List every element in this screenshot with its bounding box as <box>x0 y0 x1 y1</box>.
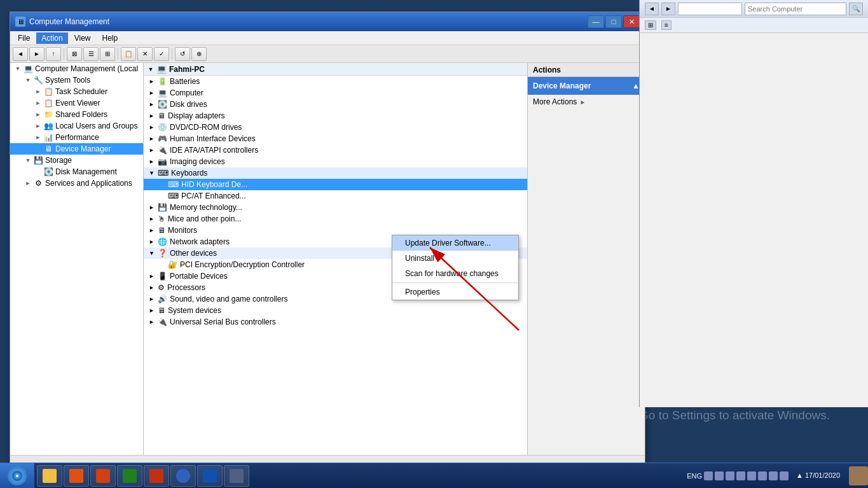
menu-file[interactable]: File <box>13 32 35 44</box>
monitors-expand[interactable]: ► <box>149 227 156 234</box>
tree-item-task-scheduler[interactable]: ► 📋 Task Scheduler <box>10 86 143 97</box>
expand-local-users[interactable]: ► <box>33 121 43 131</box>
dev-hid-keyboard[interactable]: ⌨ HID Keyboard De... <box>144 179 527 190</box>
toolbar-btn5[interactable]: ☰ <box>83 47 99 61</box>
ide-expand[interactable]: ► <box>149 147 156 153</box>
expand-event-viewer[interactable]: ► <box>33 98 43 108</box>
ctx-properties[interactable]: Properties <box>392 284 518 300</box>
taskbar-app3[interactable] <box>90 465 116 487</box>
toolbar-btn11[interactable]: ⊕ <box>191 47 207 61</box>
toolbar-btn8[interactable]: ✕ <box>137 47 153 61</box>
disk-drives-expand[interactable]: ► <box>149 101 156 108</box>
ctx-update-driver[interactable]: Update Driver Software... <box>392 235 518 251</box>
taskbar-media[interactable] <box>64 465 89 487</box>
sysdev-expand[interactable]: ► <box>149 307 156 314</box>
dev-memory-tech[interactable]: ► 💾 Memory technology... <box>144 202 527 213</box>
tree-item-services-apps[interactable]: ► ⚙ Services and Applications <box>10 178 143 189</box>
taskbar-app6[interactable] <box>170 465 196 487</box>
dev-display-adapters[interactable]: ► 🖥 Display adapters <box>144 110 527 122</box>
tree-item-local-users[interactable]: ► 👥 Local Users and Groups <box>10 120 143 132</box>
expand-shared-folders[interactable]: ► <box>33 109 43 120</box>
user-thumbnail[interactable] <box>849 466 868 485</box>
taskbar-folder[interactable] <box>37 465 62 487</box>
explorer-view-btn[interactable]: ⊞ <box>645 20 656 30</box>
menu-action[interactable]: Action <box>36 32 67 44</box>
toolbar-btn4[interactable]: ⊠ <box>67 47 82 61</box>
close-button[interactable]: ✕ <box>623 15 640 28</box>
computer-expand[interactable]: ► <box>149 90 156 96</box>
expand-storage[interactable]: ▼ <box>23 155 33 165</box>
explorer-list-btn[interactable]: ≡ <box>661 20 672 30</box>
expand-services-apps[interactable]: ► <box>23 178 33 188</box>
tree-item-event-viewer[interactable]: ► 📋 Event Viewer <box>10 97 143 109</box>
taskbar-app7[interactable] <box>197 465 223 487</box>
action-section-device-manager[interactable]: Device Manager ▲ <box>528 77 645 95</box>
dev-system-devices[interactable]: ► 🖥 System devices <box>144 305 527 316</box>
toolbar-back[interactable]: ◄ <box>13 47 28 61</box>
dvd-expand[interactable]: ► <box>149 124 156 130</box>
explorer-forward-btn[interactable]: ► <box>661 3 675 15</box>
expand-task-scheduler[interactable]: ► <box>33 87 43 97</box>
portable-expand[interactable]: ► <box>149 273 156 279</box>
tree-item-cm-local[interactable]: ▼ 💻 Computer Management (Local <box>10 63 143 74</box>
tree-item-disk-mgmt[interactable]: 💽 Disk Management <box>10 166 143 178</box>
toolbar-btn7[interactable]: 📋 <box>121 47 136 61</box>
ctx-scan-hardware[interactable]: Scan for hardware changes <box>392 266 518 281</box>
dev-dvd[interactable]: ► 💿 DVD/CD-ROM drives <box>144 122 527 133</box>
maximize-button[interactable]: □ <box>605 15 622 28</box>
batteries-expand[interactable]: ► <box>149 78 156 85</box>
toolbar-forward[interactable]: ► <box>29 47 45 61</box>
usb-expand[interactable]: ► <box>149 319 156 325</box>
display-expand[interactable]: ► <box>149 113 156 119</box>
toolbar-up[interactable]: ↑ <box>46 47 61 61</box>
menu-help[interactable]: Help <box>97 32 123 44</box>
tree-item-storage[interactable]: ▼ 💾 Storage <box>10 155 143 166</box>
taskbar-app5[interactable] <box>144 465 169 487</box>
tree-item-performance[interactable]: ► 📊 Performance <box>10 132 143 143</box>
processors-expand[interactable]: ► <box>149 284 156 291</box>
explorer-search-btn[interactable]: 🔍 <box>849 3 863 15</box>
imaging-expand[interactable]: ► <box>149 158 156 165</box>
network-expand[interactable]: ► <box>149 239 156 245</box>
dev-disk-drives[interactable]: ► 💽 Disk drives <box>144 99 527 110</box>
taskbar-clock[interactable]: ▲ 17/01/2020 <box>791 471 845 480</box>
ctx-uninstall[interactable]: Uninstall <box>392 251 518 266</box>
toolbar-refresh[interactable]: ↺ <box>175 47 190 61</box>
action-more-actions[interactable]: More Actions ► <box>528 95 645 109</box>
hid-expand[interactable]: ► <box>149 136 156 142</box>
expand-system-tools[interactable]: ▼ <box>23 75 33 85</box>
tree-item-system-tools[interactable]: ▼ 🔧 System Tools <box>10 74 143 86</box>
memory-expand[interactable]: ► <box>149 204 156 211</box>
root-expand[interactable]: ▼ <box>146 65 155 74</box>
toolbar-btn9[interactable]: ✓ <box>154 47 169 61</box>
explorer-address[interactable] <box>678 3 742 15</box>
taskbar-app8[interactable] <box>224 465 249 487</box>
explorer-back-btn[interactable]: ◄ <box>645 3 659 15</box>
other-expand[interactable]: ▼ <box>149 250 156 256</box>
dev-keyboards[interactable]: ▼ ⌨ Keyboards <box>144 167 527 179</box>
dev-ide-ata[interactable]: ► 🔌 IDE ATA/ATAPI controllers <box>144 144 527 156</box>
dev-batteries[interactable]: ► 🔋 Batteries <box>144 76 527 87</box>
expand-disk-mgmt[interactable] <box>33 167 43 177</box>
minimize-button[interactable]: — <box>588 15 604 28</box>
dev-pcat[interactable]: ⌨ PC/AT Enhanced... <box>144 190 527 202</box>
toolbar-btn6[interactable]: ⊞ <box>100 47 115 61</box>
dev-computer[interactable]: ► 💻 Computer <box>144 87 527 99</box>
taskbar-app4[interactable] <box>117 465 142 487</box>
dev-usb[interactable]: ► 🔌 Universal Serial Bus controllers <box>144 316 527 328</box>
sound-expand[interactable]: ► <box>149 296 156 302</box>
menu-view[interactable]: View <box>69 32 96 44</box>
dev-human-interface[interactable]: ► 🎮 Human Interface Devices <box>144 133 527 144</box>
dev-mice[interactable]: ► 🖱 Mice and other poin... <box>144 213 527 225</box>
tree-item-device-manager[interactable]: 🖥 Device Manager <box>10 143 143 155</box>
expand-performance[interactable]: ► <box>33 132 43 143</box>
keyboards-expand[interactable]: ▼ <box>149 170 156 176</box>
mice-expand[interactable]: ► <box>149 216 156 222</box>
tree-item-shared-folders[interactable]: ► 📁 Shared Folders <box>10 109 143 120</box>
expand-cm-local[interactable]: ▼ <box>13 64 23 74</box>
start-button[interactable] <box>0 463 34 489</box>
dev-root[interactable]: ▼ 💻 Fahmi-PC <box>144 63 527 76</box>
expand-device-manager[interactable] <box>33 144 43 154</box>
explorer-search-input[interactable] <box>745 3 846 15</box>
dev-imaging[interactable]: ► 📷 Imaging devices <box>144 156 527 167</box>
